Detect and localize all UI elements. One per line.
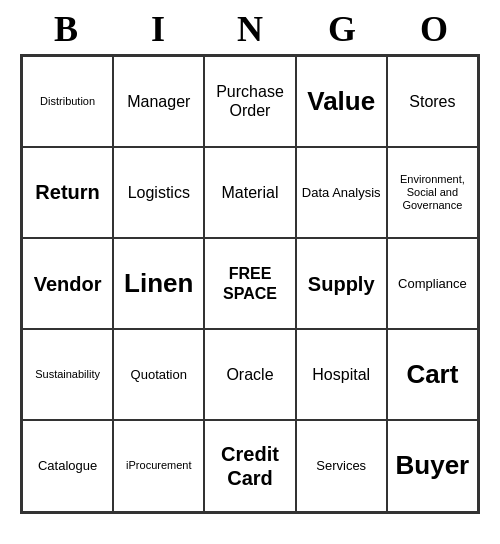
bingo-header: BINGO — [20, 10, 480, 50]
bingo-cell: Data Analysis — [296, 147, 387, 238]
bingo-cell: Purchase Order — [204, 56, 295, 147]
bingo-cell: Value — [296, 56, 387, 147]
cell-text: Compliance — [398, 276, 467, 292]
bingo-cell: Credit Card — [204, 420, 295, 511]
header-letter: B — [20, 10, 112, 50]
bingo-cell: Quotation — [113, 329, 204, 420]
cell-text: Logistics — [128, 183, 190, 202]
cell-text: Value — [307, 86, 375, 117]
header-letter: G — [296, 10, 388, 50]
bingo-cell: Supply — [296, 238, 387, 329]
cell-text: Hospital — [312, 365, 370, 384]
bingo-cell: Distribution — [22, 56, 113, 147]
cell-text: Cart — [406, 359, 458, 390]
cell-text: Oracle — [226, 365, 273, 384]
cell-text: FREE SPACE — [209, 264, 290, 302]
bingo-cell: Linen — [113, 238, 204, 329]
bingo-cell: Buyer — [387, 420, 478, 511]
bingo-cell: Return — [22, 147, 113, 238]
cell-text: Catalogue — [38, 458, 97, 474]
bingo-cell: Material — [204, 147, 295, 238]
header-letter: I — [112, 10, 204, 50]
cell-text: Vendor — [34, 272, 102, 296]
cell-text: Data Analysis — [302, 185, 381, 201]
bingo-cell: Services — [296, 420, 387, 511]
cell-text: Buyer — [396, 450, 470, 481]
bingo-grid: DistributionManagerPurchase OrderValueSt… — [20, 54, 480, 514]
bingo-cell: Environment, Social and Governance — [387, 147, 478, 238]
bingo-cell: Sustainability — [22, 329, 113, 420]
bingo-cell: Manager — [113, 56, 204, 147]
bingo-cell: Catalogue — [22, 420, 113, 511]
header-letter: N — [204, 10, 296, 50]
header-letter: O — [388, 10, 480, 50]
bingo-cell: iProcurement — [113, 420, 204, 511]
cell-text: Manager — [127, 92, 190, 111]
cell-text: Sustainability — [35, 368, 100, 381]
bingo-cell: Cart — [387, 329, 478, 420]
cell-text: Material — [222, 183, 279, 202]
cell-text: Stores — [409, 92, 455, 111]
bingo-cell: Logistics — [113, 147, 204, 238]
bingo-cell: Hospital — [296, 329, 387, 420]
cell-text: Distribution — [40, 95, 95, 108]
cell-text: iProcurement — [126, 459, 191, 472]
bingo-cell: Compliance — [387, 238, 478, 329]
cell-text: Environment, Social and Governance — [392, 173, 473, 213]
cell-text: Return — [35, 180, 99, 204]
bingo-cell: Oracle — [204, 329, 295, 420]
cell-text: Credit Card — [209, 442, 290, 490]
cell-text: Purchase Order — [209, 82, 290, 120]
cell-text: Services — [316, 458, 366, 474]
cell-text: Linen — [124, 268, 193, 299]
bingo-cell: FREE SPACE — [204, 238, 295, 329]
bingo-cell: Vendor — [22, 238, 113, 329]
cell-text: Quotation — [131, 367, 187, 383]
cell-text: Supply — [308, 272, 375, 296]
bingo-cell: Stores — [387, 56, 478, 147]
